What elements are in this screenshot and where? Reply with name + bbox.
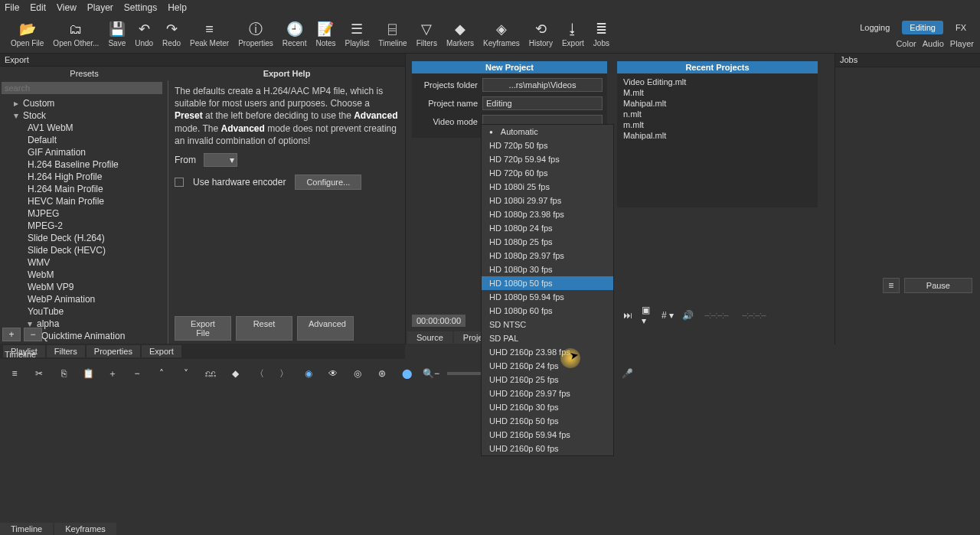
ripple-markers-icon[interactable]: ⬤ — [398, 365, 415, 382]
video-mode-uhd-2160p-60-fps[interactable]: UHD 2160p 60 fps — [482, 442, 613, 455]
add-icon[interactable]: ＋ — [104, 365, 121, 382]
video-mode-uhd-2160p-59-94-fps[interactable]: UHD 2160p 59.94 fps — [482, 428, 613, 442]
video-mode-hd-1080p-50-fps[interactable]: HD 1080p 50 fps — [482, 276, 613, 290]
volume-icon[interactable]: 🔊 — [681, 309, 694, 321]
preset-wmv[interactable]: WMV — [0, 256, 168, 269]
video-mode-hd-1080p-29-97-fps[interactable]: HD 1080p 29.97 fps — [482, 249, 613, 263]
configure-button[interactable]: Configure... — [295, 175, 361, 190]
marker-icon[interactable]: ◆ — [227, 365, 243, 382]
video-mode-hd-1080i-25-fps[interactable]: HD 1080i 25 fps — [482, 180, 613, 194]
video-mode-hd-1080p-60-fps[interactable]: HD 1080p 60 fps — [482, 304, 613, 318]
timeline-menu-icon[interactable]: ≡ — [6, 365, 23, 382]
menu-edit[interactable]: Edit — [30, 2, 46, 13]
preset-slide-deck--hevc-[interactable]: Slide Deck (HEVC) — [0, 244, 168, 256]
video-mode-hd-1080p-59-94-fps[interactable]: HD 1080p 59.94 fps — [482, 290, 613, 304]
toolbar-history[interactable]: ⟲History — [524, 21, 557, 47]
toolbar-properties[interactable]: ⓘProperties — [234, 21, 278, 47]
preset-webm-vp9[interactable]: WebM VP9 — [0, 281, 168, 293]
snap-icon[interactable]: ◉ — [300, 365, 317, 382]
remove-icon[interactable]: − — [129, 365, 145, 382]
video-mode-uhd-2160p-29-97-fps[interactable]: UHD 2160p 29.97 fps — [482, 387, 613, 400]
next-icon[interactable]: 〉 — [276, 365, 292, 382]
toolbar-playlist[interactable]: ☰Playlist — [341, 21, 374, 47]
zoom-fit-icon[interactable]: ▣ ▾ — [642, 309, 654, 321]
lift-icon[interactable]: ˄ — [153, 365, 170, 382]
pause-button[interactable]: Pause — [904, 278, 972, 293]
toolbar-save[interactable]: 💾Save — [103, 21, 130, 47]
video-mode-hd-720p-50-fps[interactable]: HD 720p 50 fps — [482, 139, 613, 152]
menu-help[interactable]: Help — [168, 2, 187, 13]
export-file-button[interactable]: Export File — [175, 316, 231, 341]
remove-preset-button[interactable]: − — [24, 328, 42, 341]
add-preset-button[interactable]: + — [2, 328, 21, 341]
toolbar-timeline[interactable]: ⌸Timeline — [374, 21, 411, 47]
recent-item[interactable]: n.mlt — [617, 109, 818, 119]
recent-item[interactable]: Mahipal.mlt — [617, 130, 818, 141]
preset-custom[interactable]: ▸Custom — [0, 97, 168, 109]
video-mode-hd-1080i-29-97-fps[interactable]: HD 1080i 29.97 fps — [482, 194, 613, 207]
toolbar-open-other[interactable]: 🗂Open Other... — [48, 21, 103, 47]
recent-item[interactable]: m.mlt — [617, 119, 818, 130]
copy-icon[interactable]: ⎘ — [55, 365, 72, 382]
grid-icon[interactable]: # ▾ — [662, 309, 674, 321]
tab-source[interactable]: Source — [407, 331, 452, 344]
layout-logging[interactable]: Logging — [852, 21, 897, 34]
video-mode-sd-pal[interactable]: SD PAL — [482, 331, 613, 345]
preset-webp-animation[interactable]: WebP Animation — [0, 293, 168, 305]
preset-mjpeg[interactable]: MJPEG — [0, 207, 168, 220]
toolbar-undo[interactable]: ↶Undo — [130, 21, 158, 47]
preset-stock[interactable]: ▾Stock — [0, 109, 168, 122]
preset-av1-webm[interactable]: AV1 WebM — [0, 122, 168, 134]
tab-keyframes[interactable]: Keyframes — [54, 523, 116, 535]
video-mode-uhd-2160p-25-fps[interactable]: UHD 2160p 25 fps — [482, 373, 613, 387]
split-icon[interactable]: ⎌⎌ — [202, 365, 219, 382]
project-name-input[interactable]: Editing — [482, 96, 603, 110]
menu-view[interactable]: View — [57, 2, 77, 13]
video-mode-hd-720p-60-fps[interactable]: HD 720p 60 fps — [482, 166, 613, 180]
video-mode-hd-1080p-24-fps[interactable]: HD 1080p 24 fps — [482, 221, 613, 235]
jobs-menu-icon[interactable]: ≡ — [883, 278, 900, 293]
from-combo[interactable]: ▾ — [204, 153, 237, 167]
ripple-icon[interactable]: ◎ — [349, 365, 366, 382]
preset-youtube[interactable]: YouTube — [0, 305, 168, 318]
layout-fx[interactable]: FX — [948, 21, 974, 34]
toolbar-peak[interactable]: ≡Peak Meter — [185, 21, 234, 47]
skip-next-icon[interactable]: ⏭ — [622, 309, 634, 321]
record-audio-icon[interactable]: 🎤 — [619, 365, 635, 382]
toolbar-recent[interactable]: 🕘Recent — [278, 21, 312, 47]
toolbar-keyframes[interactable]: ◈Keyframes — [479, 21, 524, 47]
layout-player[interactable]: Player — [950, 39, 974, 48]
prev-icon[interactable]: 〈 — [251, 365, 268, 382]
menu-settings[interactable]: Settings — [124, 2, 157, 13]
video-mode-automatic[interactable]: Automatic — [482, 125, 613, 139]
video-mode-hd-720p-59-94-fps[interactable]: HD 720p 59.94 fps — [482, 152, 613, 166]
hw-encoder-checkbox[interactable] — [175, 178, 184, 187]
preset-h-264-baseline-profile[interactable]: H.264 Baseline Profile — [0, 158, 168, 171]
video-mode-dropdown[interactable]: AutomaticHD 720p 50 fpsHD 720p 59.94 fps… — [481, 124, 614, 456]
toolbar-markers[interactable]: ◆Markers — [442, 21, 479, 47]
toolbar-jobs[interactable]: ≣Jobs — [589, 21, 614, 47]
toolbar-export[interactable]: ⭳Export — [557, 21, 589, 47]
recent-item[interactable]: Mahipal.mlt — [617, 98, 818, 109]
timecode[interactable]: 00:00:00:00 — [412, 315, 466, 327]
video-mode-uhd-2160p-24-fps[interactable]: UHD 2160p 24 fps — [482, 359, 613, 373]
ripple-all-icon[interactable]: ⊛ — [374, 365, 390, 382]
lower-icon[interactable]: ˅ — [178, 365, 194, 382]
recent-item[interactable]: Video Editing.mlt — [617, 77, 818, 87]
video-mode-hd-1080p-25-fps[interactable]: HD 1080p 25 fps — [482, 235, 613, 249]
layout-editing[interactable]: Editing — [902, 21, 943, 34]
advanced-button[interactable]: Advanced — [297, 316, 354, 341]
zoom-out-icon[interactable]: 🔍− — [423, 365, 439, 382]
video-mode-sd-ntsc[interactable]: SD NTSC — [482, 318, 613, 331]
toolbar-filters[interactable]: ▽Filters — [412, 21, 442, 47]
menu-player[interactable]: Player — [87, 2, 113, 13]
reset-button[interactable]: Reset — [236, 316, 292, 341]
preset-h-264-main-profile[interactable]: H.264 Main Profile — [0, 183, 168, 195]
video-mode-uhd-2160p-23-98-fps[interactable]: UHD 2160p 23.98 fps — [482, 345, 613, 359]
video-mode-hd-1080p-23-98-fps[interactable]: HD 1080p 23.98 fps — [482, 207, 613, 221]
toolbar-open-file[interactable]: 📂Open File — [6, 21, 48, 47]
projects-folder-field[interactable]: ...rs\mahip\Videos — [482, 78, 603, 92]
cut-icon[interactable]: ✂ — [31, 365, 47, 382]
scrub-icon[interactable]: 👁 — [325, 365, 341, 382]
preset-mpeg-2[interactable]: MPEG-2 — [0, 220, 168, 232]
